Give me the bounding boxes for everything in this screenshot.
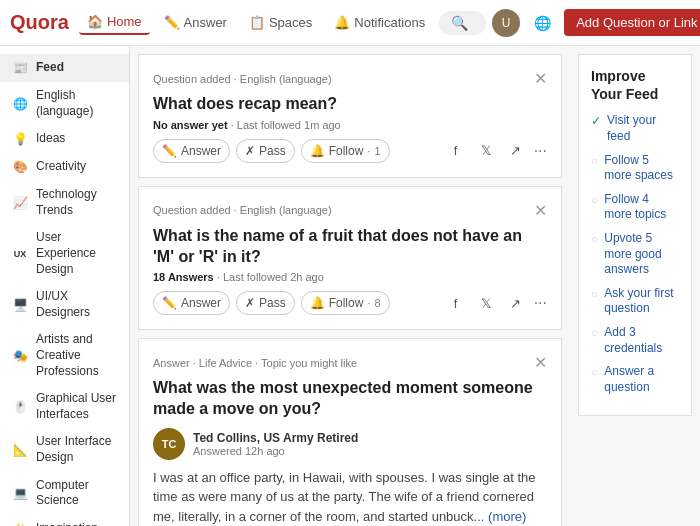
header-right: U 🌐 Add Question or Link	[492, 9, 700, 37]
nav-home-label: Home	[107, 14, 142, 29]
search-bar[interactable]: 🔍	[439, 11, 486, 35]
improve-link-0[interactable]: Visit your feed	[607, 113, 679, 144]
facebook-icon-1[interactable]: f	[444, 139, 468, 163]
more-icon-1[interactable]: ···	[534, 142, 547, 160]
card1-close[interactable]: ✕	[534, 69, 547, 88]
sidebar-item-ui-design[interactable]: 📐 User Interface Design	[0, 428, 129, 471]
card2-title[interactable]: What is the name of a fruit that does no…	[153, 226, 547, 268]
share-icon-2[interactable]: ↗	[504, 291, 528, 315]
nav-answer[interactable]: ✏️ Answer	[156, 11, 235, 34]
sidebar-item-imagination[interactable]: ✨ Imagination	[0, 515, 129, 526]
sidebar-creativity-label: Creativity	[36, 159, 86, 175]
sidebar-artists-label: Artists and Creative Professions	[36, 332, 117, 379]
improve-item-6[interactable]: ○ Answer a question	[591, 364, 679, 395]
sidebar-imagination-label: Imagination	[36, 521, 98, 526]
globe-button[interactable]: 🌐	[528, 9, 556, 37]
answer-icon: ✏️	[164, 15, 180, 30]
improve-link-5[interactable]: Add 3 credentials	[604, 325, 679, 356]
card2-last-followed: Last followed 2h ago	[223, 271, 324, 283]
card2-follow-num: 8	[374, 297, 380, 309]
ui-design-icon: 📐	[12, 442, 28, 458]
facebook-icon-2[interactable]: f	[444, 291, 468, 315]
answerer1-time: Answered 12h ago	[193, 445, 358, 457]
improve-item-4[interactable]: ○ Ask your first question	[591, 286, 679, 317]
artists-icon: 🎭	[12, 348, 28, 364]
card1-follow-button[interactable]: 🔔 Follow · 1	[301, 139, 390, 163]
nav-notifications[interactable]: 🔔 Notifications	[326, 11, 433, 34]
sidebar-item-artists[interactable]: 🎭 Artists and Creative Professions	[0, 326, 129, 385]
sidebar-item-creativity[interactable]: 🎨 Creativity	[0, 153, 129, 181]
improve-feed-widget: Improve Your Feed ✓ Visit your feed ○ Fo…	[578, 54, 692, 416]
sidebar-item-tech-trends[interactable]: 📈 Technology Trends	[0, 181, 129, 224]
card1-follow-num: 1	[374, 145, 380, 157]
imagination-icon: ✨	[12, 521, 28, 526]
card2-follow-count: ·	[367, 297, 370, 309]
check-icon-2: ○	[591, 193, 598, 207]
card1-title[interactable]: What does recap mean?	[153, 94, 547, 115]
improve-item-5[interactable]: ○ Add 3 credentials	[591, 325, 679, 356]
nav-notifications-label: Notifications	[354, 15, 425, 30]
sidebar-tech-trends-label: Technology Trends	[36, 187, 117, 218]
nav-home[interactable]: 🏠 Home	[79, 10, 150, 35]
sidebar-english-label: English (language)	[36, 88, 117, 119]
card1-no-answer: No answer yet	[153, 119, 228, 131]
check-icon-6: ○	[591, 365, 598, 379]
feed-column: Question added · English (language) ✕ Wh…	[130, 46, 570, 526]
ux-icon: UX	[12, 246, 28, 262]
card2-pass-button[interactable]: ✗ Pass	[236, 291, 295, 315]
improve-link-1[interactable]: Follow 5 more spaces	[604, 153, 679, 184]
answerer1-info: Ted Collins, US Army Retired Answered 12…	[193, 431, 358, 457]
card1-answer-button[interactable]: ✏️ Answer	[153, 139, 230, 163]
sidebar-cs-label: Computer Science	[36, 478, 117, 509]
card2-close[interactable]: ✕	[534, 201, 547, 220]
spaces-icon: 📋	[249, 15, 265, 30]
check-icon-3: ○	[591, 232, 598, 246]
sidebar-item-graphical-ui[interactable]: 🖱️ Graphical User Interfaces	[0, 385, 129, 428]
answer1-text: I was at an office party, in Hawaii, wit…	[153, 468, 547, 526]
answerer1-name[interactable]: Ted Collins, US Army Retired	[193, 431, 358, 445]
improve-item-0[interactable]: ✓ Visit your feed	[591, 113, 679, 144]
pass-icon-2: ✗	[245, 296, 255, 310]
sidebar-graphical-ui-label: Graphical User Interfaces	[36, 391, 117, 422]
creativity-icon: 🎨	[12, 159, 28, 175]
nav-spaces[interactable]: 📋 Spaces	[241, 11, 320, 34]
quora-logo[interactable]: Quora	[10, 11, 69, 34]
tech-trends-icon: 📈	[12, 195, 28, 211]
search-icon: 🔍	[451, 15, 468, 31]
sidebar-item-english[interactable]: 🌐 English (language)	[0, 82, 129, 125]
card2-answer-button[interactable]: ✏️ Answer	[153, 291, 230, 315]
cs-icon: 💻	[12, 485, 28, 501]
sidebar-item-uiux-designers[interactable]: 🖥️ UI/UX Designers	[0, 283, 129, 326]
follow-icon-2: 🔔	[310, 296, 325, 310]
more-icon-2[interactable]: ···	[534, 294, 547, 312]
twitter-icon-2[interactable]: 𝕏	[474, 291, 498, 315]
check-icon-4: ○	[591, 287, 598, 301]
avatar[interactable]: U	[492, 9, 520, 37]
twitter-icon-1[interactable]: 𝕏	[474, 139, 498, 163]
sidebar-item-feed[interactable]: 📰 Feed	[0, 54, 129, 82]
share-icon-1[interactable]: ↗	[504, 139, 528, 163]
bell-icon: 🔔	[334, 15, 350, 30]
sidebar-item-cs[interactable]: 💻 Computer Science	[0, 472, 129, 515]
answer1-more-link[interactable]: (more)	[488, 509, 526, 524]
ideas-icon: 💡	[12, 131, 28, 147]
answer1-title[interactable]: What was the most unexpected moment some…	[153, 378, 547, 420]
check-icon-0: ✓	[591, 114, 601, 128]
sidebar: 📰 Feed 🌐 English (language) 💡 Ideas 🎨 Cr…	[0, 46, 130, 526]
improve-item-2[interactable]: ○ Follow 4 more topics	[591, 192, 679, 223]
sidebar-item-ideas[interactable]: 💡 Ideas	[0, 125, 129, 153]
improve-item-1[interactable]: ○ Follow 5 more spaces	[591, 153, 679, 184]
sidebar-item-ux-design[interactable]: UX User Experience Design	[0, 224, 129, 283]
improve-link-6[interactable]: Answer a question	[604, 364, 679, 395]
improve-link-4[interactable]: Ask your first question	[604, 286, 679, 317]
card1-last-followed: Last followed 1m ago	[237, 119, 341, 131]
improve-link-3[interactable]: Upvote 5 more good answers	[604, 231, 679, 278]
answer1-close[interactable]: ✕	[534, 353, 547, 372]
add-question-button[interactable]: Add Question or Link	[564, 9, 700, 36]
card1-follow-count: ·	[367, 145, 370, 157]
card2-follow-button[interactable]: 🔔 Follow · 8	[301, 291, 390, 315]
nav-answer-label: Answer	[184, 15, 227, 30]
improve-item-3[interactable]: ○ Upvote 5 more good answers	[591, 231, 679, 278]
card1-pass-button[interactable]: ✗ Pass	[236, 139, 295, 163]
improve-link-2[interactable]: Follow 4 more topics	[604, 192, 679, 223]
